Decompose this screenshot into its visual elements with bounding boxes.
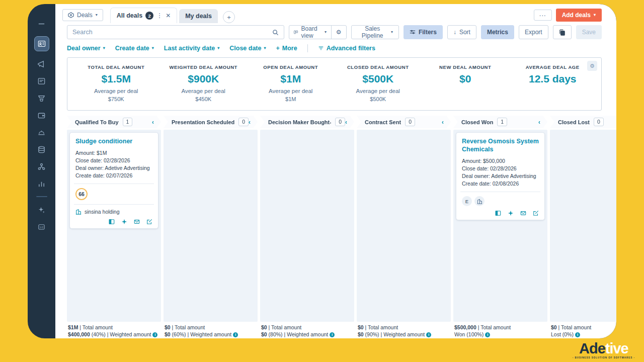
add-view-button[interactable]: +: [223, 11, 235, 23]
preview-panel-icon[interactable]: [495, 210, 501, 216]
search-input[interactable]: [72, 29, 272, 36]
deals-button-label: Deals: [77, 12, 93, 19]
weighted-amount: $0: [165, 331, 171, 337]
sidebar-item-reporting[interactable]: [37, 179, 46, 188]
deal-title[interactable]: Sludge conditioner: [75, 137, 152, 145]
column-header[interactable]: Decision Maker Bought-In 0 ‹: [260, 116, 354, 128]
brand-tagline: - BUSINESS SOLUTION OF SOFTWARES -: [573, 356, 635, 359]
metric-avg-value: $1M: [247, 96, 335, 102]
sidebar-item-commerce[interactable]: [37, 111, 46, 120]
search-box: [67, 25, 284, 39]
column-name: Closed Won: [461, 119, 493, 125]
add-task-icon[interactable]: [121, 219, 127, 225]
tab-close-icon[interactable]: ✕: [166, 12, 171, 19]
divider: [460, 192, 540, 192]
weighted-amount: $0: [358, 331, 364, 337]
sidebar-item-crm[interactable]: [34, 36, 49, 51]
filters-button[interactable]: Filters: [404, 25, 443, 39]
weighted-amount-label: (60%) | Weighted amount: [171, 331, 232, 337]
menu-dash-icon[interactable]: [37, 19, 46, 28]
board-columns: Qualified To Buy 1 ‹ Sludge conditioner …: [67, 116, 616, 338]
caret-down-icon: ▾: [217, 46, 219, 50]
company-avatar[interactable]: [474, 196, 485, 206]
weighted-amount-label: (40%) | Weighted amount: [90, 331, 151, 337]
column-totals: $0 | Total amount $0 (60%) | Weighted am…: [164, 322, 258, 338]
sort-button[interactable]: ↓ Sort: [447, 25, 476, 39]
info-icon[interactable]: i: [233, 332, 238, 337]
preview-panel-icon[interactable]: [109, 219, 115, 225]
sidebar-item-marketing[interactable]: [37, 59, 46, 68]
associated-company[interactable]: sinsina holding: [75, 209, 152, 215]
add-deals-button[interactable]: Add deals ▾: [556, 9, 602, 22]
column-header[interactable]: Closed Lost 0: [550, 116, 616, 128]
collapse-column-icon[interactable]: ‹: [442, 119, 446, 126]
info-icon[interactable]: i: [575, 332, 580, 337]
sidebar-item-content[interactable]: [37, 76, 46, 85]
deal-amount: Amount: $500,000: [462, 157, 539, 165]
sidebar-item-ai[interactable]: [37, 205, 46, 214]
info-icon[interactable]: i: [426, 332, 431, 337]
sidebar-item-data[interactable]: [37, 145, 46, 154]
column-header[interactable]: Qualified To Buy 1 ‹: [67, 116, 161, 128]
pipeline-dropdown[interactable]: Sales Pipeline ▾: [351, 25, 399, 39]
sidebar-item-guide[interactable]: 1/2: [37, 222, 46, 231]
plus-icon: +: [276, 45, 280, 52]
column-body: [164, 130, 258, 322]
collapse-column-icon[interactable]: ‹: [538, 119, 542, 126]
email-icon[interactable]: [134, 219, 140, 225]
advanced-filters-icon: [318, 45, 324, 51]
sidebar-item-sales[interactable]: [37, 94, 46, 103]
deal-title[interactable]: Reverse Osmosis System Chemicals: [462, 137, 539, 153]
advanced-filters-link[interactable]: Advanced filters: [318, 45, 375, 52]
column-header[interactable]: Contract Sent 0 ‹: [357, 116, 451, 128]
collapse-column-icon[interactable]: ‹: [345, 119, 349, 126]
more-options-button[interactable]: ...: [534, 10, 552, 21]
view-settings-button[interactable]: ⚙: [332, 26, 346, 39]
filter-deal-owner[interactable]: Deal owner ▾: [67, 45, 105, 52]
edit-icon[interactable]: [146, 219, 152, 225]
filter-close-date[interactable]: Close date ▾: [229, 45, 266, 52]
sort-label: Sort: [459, 29, 470, 36]
clone-view-button[interactable]: [553, 25, 572, 39]
collapse-column-icon[interactable]: ‹: [152, 119, 156, 126]
info-icon[interactable]: i: [485, 332, 490, 337]
board-view-dropdown[interactable]: Board view ▾: [289, 26, 331, 39]
metrics-settings-gear-icon[interactable]: ⚙: [587, 61, 597, 71]
deal-create-date: Create date: 02/07/2026: [75, 172, 152, 179]
filter-more[interactable]: + More: [276, 45, 297, 52]
divider: [74, 184, 154, 184]
metric-value: $1M: [247, 73, 335, 85]
save-button[interactable]: Save: [576, 25, 602, 39]
deal-card-reverse-osmosis[interactable]: Reverse Osmosis System Chemicals Amount:…: [456, 132, 545, 220]
plus-icon: +: [227, 14, 231, 21]
sidebar-item-automations[interactable]: [37, 162, 46, 171]
tab-all-deals[interactable]: All deals 2 ⋮ ✕: [110, 8, 177, 23]
collapse-column-icon[interactable]: ‹: [249, 119, 253, 126]
caret-down-icon: ▾: [264, 46, 266, 50]
main-content: Deals ▾ All deals 2 ⋮ ✕ My deals + ...: [55, 4, 616, 338]
info-icon[interactable]: i: [330, 332, 335, 337]
column-body: Sludge conditioner Amount: $1M Close dat…: [67, 130, 161, 322]
add-task-icon[interactable]: [508, 210, 514, 216]
metric-label: NEW DEAL AMOUNT: [422, 64, 509, 70]
tab-kebab-icon[interactable]: ⋮: [156, 12, 163, 19]
bell-icon: [37, 128, 46, 137]
column-header[interactable]: Presentation Scheduled 0 ‹: [164, 116, 258, 128]
email-icon[interactable]: [520, 210, 526, 216]
metrics-button[interactable]: Metrics: [481, 25, 514, 39]
deals-dropdown-button[interactable]: Deals ▾: [62, 9, 103, 21]
contact-avatar[interactable]: E: [462, 196, 472, 206]
edit-icon[interactable]: [533, 210, 539, 216]
column-totals: $500,000 | Total amount Won (100%)i: [453, 322, 547, 338]
column-closed-won: Closed Won 1 ‹ Reverse Osmosis System Ch…: [453, 116, 547, 338]
info-icon[interactable]: i: [152, 332, 157, 337]
tab-my-deals[interactable]: My deals: [179, 9, 218, 23]
sidebar-item-service[interactable]: [37, 128, 46, 137]
deal-board: Qualified To Buy 1 ‹ Sludge conditioner …: [55, 116, 616, 338]
filter-last-activity-date[interactable]: Last activity date ▾: [164, 45, 219, 52]
deal-card-sludge-conditioner[interactable]: Sludge conditioner Amount: $1M Close dat…: [69, 132, 158, 229]
filter-create-date[interactable]: Create date ▾: [115, 45, 154, 52]
gear-icon: ⚙: [336, 29, 342, 36]
column-header[interactable]: Closed Won 1 ‹: [453, 116, 547, 128]
export-button[interactable]: Export: [519, 25, 548, 39]
